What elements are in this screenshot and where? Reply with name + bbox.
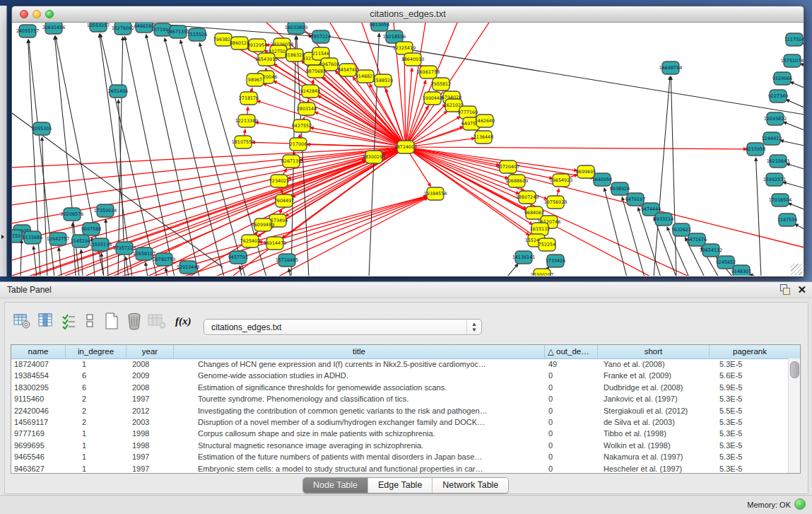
graph-node[interactable]: 1145194 (71, 235, 90, 247)
tab-edge-table[interactable]: Edge Table (368, 478, 433, 493)
graph-node[interactable]: 2651406 (108, 85, 128, 98)
graph-node[interactable]: 9457791 (228, 251, 248, 264)
graph-node[interactable]: 9242848 (300, 85, 320, 98)
graph-node[interactable]: 18724007 (394, 141, 418, 153)
table-vertical-scrollbar[interactable] (788, 358, 800, 473)
graph-node[interactable]: 16210643 (767, 155, 790, 168)
table-source-select[interactable]: citations_edges.txt ▲▼ (204, 319, 482, 335)
graph-node[interactable]: 9329966 (772, 72, 792, 85)
table-panel-header[interactable]: Table Panel ✕ (0, 282, 812, 298)
select-columns-icon[interactable] (61, 313, 78, 329)
graph-node[interactable]: 25300297 (531, 269, 554, 276)
network-window-titlebar[interactable]: citations_edges.txt (12, 6, 804, 23)
graph-node[interactable]: 9227349 (768, 90, 788, 103)
graph-node[interactable]: 12325419 (393, 42, 416, 54)
tab-network-table[interactable]: Network Table (433, 478, 508, 493)
graph-node[interactable]: 7625402 (240, 235, 260, 247)
graph-node[interactable]: 12093822 (764, 112, 787, 125)
graph-node[interactable]: 752254 (539, 238, 555, 251)
table-row[interactable]: 1830029562008Estimation of significance … (11, 382, 789, 393)
graph-node[interactable]: 1588520 (373, 74, 393, 87)
window-resize-grip[interactable] (791, 264, 802, 275)
graph-node[interactable]: 19384554 (424, 187, 447, 200)
graph-node[interactable]: 9777169 (458, 106, 478, 119)
graph-node[interactable]: 16961758 (417, 66, 440, 78)
import-table-disabled-icon[interactable] (147, 313, 167, 329)
graph-node[interactable]: 8427552 (292, 119, 312, 132)
graph-node[interactable]: 19218506 (383, 30, 406, 43)
graph-node[interactable]: 16782759 (153, 253, 176, 266)
scrollbar-thumb[interactable] (790, 361, 799, 378)
graph-node[interactable]: 16914479 (264, 237, 287, 250)
graph-node[interactable]: 9875685 (306, 65, 326, 78)
graph-node[interactable]: 1115686 (23, 231, 42, 244)
row-height-icon[interactable] (85, 313, 95, 329)
graph-node[interactable]: 1733426 (546, 255, 565, 267)
graph-node[interactable]: 16543912 (255, 53, 278, 66)
graph-node[interactable]: 1615132 (530, 223, 550, 235)
graph-node[interactable]: 19756928 (544, 196, 567, 209)
column-header-title[interactable]: title (174, 345, 545, 358)
table-row[interactable]: 1872400712008Changes of HCN gene express… (11, 358, 789, 370)
table-row[interactable]: 1938455462009Genome-wide association stu… (11, 370, 789, 381)
table-row[interactable]: 2242004622012Investigating the contribut… (11, 405, 789, 416)
table-settings-icon[interactable] (13, 313, 31, 329)
close-panel-icon[interactable]: ✕ (797, 284, 806, 295)
graph-node[interactable]: 7515526 (187, 28, 207, 41)
graph-node[interactable]: 1990448 (423, 92, 442, 105)
graph-node[interactable]: 12213389 (235, 115, 259, 127)
float-panel-icon[interactable] (779, 284, 790, 295)
graph-node[interactable]: 98967 (247, 74, 264, 86)
graph-node[interactable]: 15751074 (781, 54, 804, 67)
graph-node[interactable]: 18300295 (363, 151, 386, 163)
graph-node[interactable]: 8699695 (576, 165, 596, 178)
graph-node[interactable]: 8215958 (746, 143, 765, 156)
graph-node[interactable]: 2933114 (654, 213, 673, 226)
graph-node[interactable]: 7604497 (274, 194, 294, 207)
left-splitter[interactable] (0, 6, 7, 276)
graph-node[interactable]: 15720407 (497, 160, 520, 173)
table-row[interactable]: 977716911998Corpus callosum shape and si… (11, 428, 789, 439)
table-row[interactable]: 911546021997Tourette syndrome. Phenomeno… (11, 393, 789, 404)
graph-node[interactable]: 15992971 (763, 173, 787, 186)
column-visibility-icon[interactable] (37, 313, 55, 329)
network-canvas[interactable]: 2405571720691406105532571527606264661601… (12, 23, 804, 276)
graph-node[interactable]: 14136141 (512, 251, 536, 264)
graph-node[interactable]: 15716485 (276, 254, 299, 267)
graph-node[interactable]: 8938924 (610, 182, 630, 195)
table-row[interactable]: 946362711997Embryonic stem cells: a mode… (11, 463, 789, 473)
graph-node[interactable]: 14671355 (167, 25, 190, 38)
column-header-name[interactable]: name (11, 345, 66, 358)
graph-node[interactable]: 16099489 (252, 218, 275, 231)
graph-node[interactable]: 1167534 (777, 214, 797, 226)
graph-node[interactable]: 10553257 (87, 23, 110, 32)
column-header-out-degree[interactable]: △ out_de… (545, 345, 598, 358)
graph-node[interactable]: 17359924 (94, 204, 117, 217)
table-row[interactable]: 969969511998Structural magnetic resonanc… (11, 440, 789, 451)
graph-node[interactable]: 16648784 (659, 62, 683, 74)
column-header-in-degree[interactable]: in_degree (66, 345, 126, 358)
graph-node[interactable]: 9148301 (731, 265, 751, 276)
graph-node[interactable]: 7632621 (671, 223, 691, 236)
function-builder-icon[interactable]: f(x) (175, 315, 192, 327)
graph-node[interactable]: 12923448 (177, 261, 200, 274)
graph-node[interactable]: 6479197 (625, 193, 645, 206)
table-row[interactable]: 1456911722003Disruption of a novel membe… (11, 416, 789, 428)
graph-node[interactable]: 10688609 (505, 175, 529, 187)
graph-node[interactable]: 7857224 (311, 30, 331, 43)
graph-node[interactable]: 39159 (12, 230, 22, 243)
graph-node[interactable]: 1462640 (475, 115, 495, 127)
graph-node[interactable]: 8813054 (370, 23, 389, 31)
graph-node[interactable]: 20206576 (61, 208, 84, 221)
graph-node[interactable]: 1117504 (784, 33, 804, 46)
graph-node[interactable]: 12942757 (47, 233, 70, 245)
graph-node[interactable]: 17016504 (769, 194, 792, 206)
graph-node[interactable]: 15276062 (112, 23, 135, 35)
column-header-year[interactable]: year (126, 345, 174, 358)
splitter-collapse-icon[interactable] (1, 235, 4, 239)
graph-node[interactable]: 8912954 (247, 39, 267, 52)
graph-node[interactable]: 13505135 (89, 238, 112, 251)
graph-node[interactable]: 1640954 (592, 173, 612, 186)
graph-node[interactable]: 24055717 (16, 25, 40, 37)
graph-node[interactable]: 8267130 (281, 155, 301, 168)
